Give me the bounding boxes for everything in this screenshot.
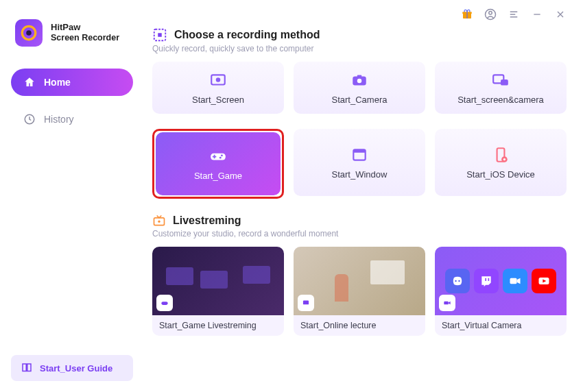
tile-start-game[interactable]: Start_Game xyxy=(156,132,281,195)
sidebar-item-label: History xyxy=(44,114,74,125)
card-virtual-camera[interactable]: Start_Virtual Camera xyxy=(435,247,567,336)
brand: HitPaw Screen Recorder xyxy=(11,19,133,47)
lecture-chip-icon xyxy=(298,295,314,311)
guide-label: Start_User Guide xyxy=(40,363,112,373)
card-label: Start_Virtual Camera xyxy=(442,321,522,330)
gift-icon[interactable] xyxy=(461,8,473,21)
ios-icon xyxy=(492,146,510,164)
svg-point-24 xyxy=(158,221,160,223)
home-icon xyxy=(23,76,36,88)
tv-icon xyxy=(152,214,166,228)
card-online-lecture[interactable]: Start_Online lecture xyxy=(294,247,425,336)
tile-start-window[interactable]: Start_Window xyxy=(294,129,425,196)
tile-start-screen-camera[interactable]: Start_screen&camera xyxy=(435,62,567,114)
tile-start-screen[interactable]: Start_Screen xyxy=(152,62,284,114)
tile-label: Start_screen&camera xyxy=(457,95,544,105)
record-grid-row2: Start_Game Start_Window Start_iOS Device xyxy=(152,129,567,199)
camera-icon xyxy=(350,71,368,89)
sidebar-item-history[interactable]: History xyxy=(11,106,133,133)
minimize-icon[interactable] xyxy=(531,8,543,21)
brand-name: HitPaw xyxy=(51,23,119,33)
svg-point-12 xyxy=(357,78,362,83)
app-logo xyxy=(15,19,43,47)
titlebar xyxy=(152,8,567,25)
tile-label: Start_Screen xyxy=(192,95,244,105)
youtube-icon xyxy=(532,269,556,293)
screen-icon xyxy=(209,71,227,89)
svg-rect-13 xyxy=(357,75,362,77)
close-icon[interactable] xyxy=(554,8,567,21)
svg-rect-33 xyxy=(444,302,448,305)
logo-icon xyxy=(20,24,38,42)
svg-rect-29 xyxy=(485,278,486,281)
main-content: Choose a recording method Quickly record… xyxy=(144,0,583,392)
record-title: Choose a recording method xyxy=(174,29,320,41)
svg-point-10 xyxy=(216,77,221,82)
thumb-virtual xyxy=(435,247,567,315)
svg-point-6 xyxy=(489,12,492,15)
tile-label: Start_iOS Device xyxy=(466,169,535,180)
svg-point-16 xyxy=(221,154,223,156)
thumb-gaming xyxy=(152,247,284,315)
svg-rect-30 xyxy=(488,278,490,281)
svg-point-17 xyxy=(219,156,222,158)
svg-rect-8 xyxy=(158,33,162,37)
gamepad-icon xyxy=(209,147,227,165)
svg-rect-19 xyxy=(353,149,365,152)
live-title: Livestreming xyxy=(173,215,241,227)
record-section-head: Choose a recording method xyxy=(152,27,567,42)
tile-label: Start_Game xyxy=(194,171,242,181)
record-subtitle: Quickly record, quickly save to the comp… xyxy=(152,44,567,53)
sidebar-item-label: Home xyxy=(44,77,71,88)
svg-point-27 xyxy=(455,280,457,282)
card-game-livestream[interactable]: Start_Game Livestreming xyxy=(152,247,284,336)
tile-start-ios[interactable]: Start_iOS Device xyxy=(435,129,567,196)
discord-icon xyxy=(445,269,470,293)
tile-start-camera[interactable]: Start_Camera xyxy=(294,62,425,114)
twitch-icon xyxy=(474,269,499,293)
screen-camera-icon xyxy=(492,71,510,89)
tile-label: Start_Window xyxy=(332,169,388,180)
svg-rect-26 xyxy=(303,301,309,305)
card-label: Start_Game Livestreming xyxy=(159,321,257,330)
svg-rect-25 xyxy=(161,302,167,305)
live-section-head: Livestreming xyxy=(152,214,567,228)
tile-start-game-highlight: Start_Game xyxy=(152,129,284,199)
card-label: Start_Online lecture xyxy=(300,321,376,330)
tile-label: Start_Camera xyxy=(332,95,388,105)
user-guide-button[interactable]: Start_User Guide xyxy=(11,355,133,381)
book-icon xyxy=(21,362,33,374)
user-icon[interactable] xyxy=(484,8,497,21)
sidebar: HitPaw Screen Recorder Home History Star… xyxy=(0,0,144,392)
menu-icon[interactable] xyxy=(508,8,520,21)
brand-subtitle: Screen Recorder xyxy=(51,33,119,42)
live-grid: Start_Game Livestreming Start_Online lec… xyxy=(152,247,567,336)
selection-icon xyxy=(152,27,167,42)
svg-point-1 xyxy=(26,30,32,36)
record-grid-row1: Start_Screen Start_Camera Start_screen&c… xyxy=(152,62,567,114)
thumb-lecture xyxy=(294,247,425,315)
svg-rect-15 xyxy=(501,79,508,85)
svg-point-22 xyxy=(503,158,505,160)
video-icon xyxy=(503,269,527,293)
app-window: HitPaw Screen Recorder Home History Star… xyxy=(0,0,583,392)
history-icon xyxy=(23,113,36,125)
svg-point-28 xyxy=(458,280,460,282)
live-subtitle: Customize your studio, record a wonderfu… xyxy=(152,229,567,238)
sidebar-item-home[interactable]: Home xyxy=(11,69,133,96)
gamepad-chip-icon xyxy=(156,295,173,311)
camera-chip-icon xyxy=(439,295,455,311)
svg-rect-31 xyxy=(510,278,517,284)
window-icon xyxy=(350,146,368,164)
